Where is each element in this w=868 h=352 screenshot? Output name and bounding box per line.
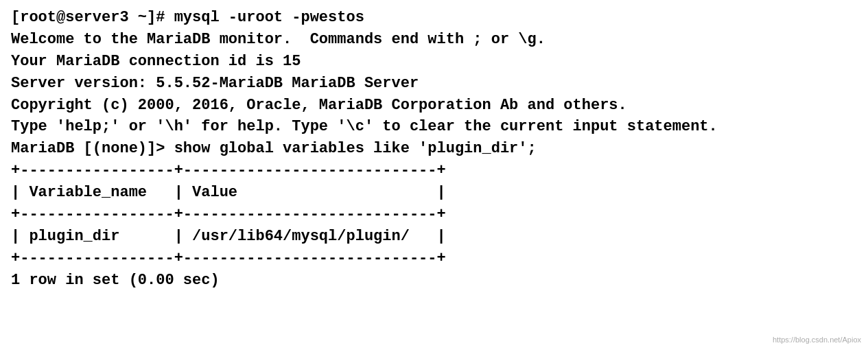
terminal-line: MariaDB [(none)]> show global variables …: [11, 138, 857, 160]
terminal-line: Copyright (c) 2000, 2016, Oracle, MariaD…: [11, 95, 857, 117]
terminal-output: [root@server3 ~]# mysql -uroot -pwestosW…: [11, 7, 857, 292]
terminal-line: | Variable_name | Value |: [11, 182, 857, 204]
terminal-line: 1 row in set (0.00 sec): [11, 270, 857, 292]
watermark: https://blog.csdn.net/Apiox: [773, 335, 861, 345]
terminal-line: Your MariaDB connection id is 15: [11, 51, 857, 73]
terminal-line: Welcome to the MariaDB monitor. Commands…: [11, 29, 857, 51]
terminal-line: +-----------------+---------------------…: [11, 160, 857, 182]
terminal-line: [root@server3 ~]# mysql -uroot -pwestos: [11, 7, 857, 29]
terminal-line: +-----------------+---------------------…: [11, 248, 857, 270]
terminal-line: Type 'help;' or '\h' for help. Type '\c'…: [11, 116, 857, 138]
terminal-line: +-----------------+---------------------…: [11, 204, 857, 226]
terminal-line: Server version: 5.5.52-MariaDB MariaDB S…: [11, 73, 857, 95]
terminal-window: [root@server3 ~]# mysql -uroot -pwestosW…: [0, 0, 868, 352]
terminal-line: | plugin_dir | /usr/lib64/mysql/plugin/ …: [11, 226, 857, 248]
